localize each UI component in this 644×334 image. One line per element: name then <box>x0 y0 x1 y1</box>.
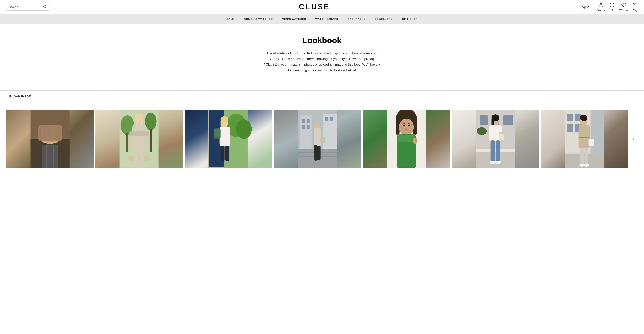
svg-rect-97 <box>476 152 515 168</box>
nav-item-mens-watches[interactable]: MEN'S WATCHES <box>282 17 306 21</box>
nav-item-backpacks[interactable]: BACKPACKS <box>348 17 366 21</box>
upload-section: UPLOAD IMAGE <box>0 90 644 102</box>
gallery-image-4[interactable] <box>274 110 361 168</box>
upload-image-button[interactable]: UPLOAD IMAGE <box>8 95 31 98</box>
gallery-image-7[interactable] <box>541 110 628 168</box>
svg-rect-86 <box>398 134 415 142</box>
svg-rect-41 <box>140 149 144 164</box>
main-nav: SALE WOMEN'S WATCHES MEN'S WATCHES WATCH… <box>0 14 644 24</box>
svg-rect-94 <box>503 115 513 125</box>
search-icon <box>43 5 46 9</box>
svg-rect-113 <box>567 124 573 132</box>
svg-rect-55 <box>214 129 220 137</box>
svg-rect-73 <box>314 128 321 146</box>
gallery-next-arrow[interactable]: › <box>630 135 638 143</box>
svg-rect-92 <box>480 115 488 125</box>
nav-item-sale[interactable]: SALE <box>226 17 234 21</box>
svg-point-37 <box>135 114 144 121</box>
svg-rect-102 <box>499 133 504 140</box>
svg-rect-60 <box>300 115 312 149</box>
nav-item-womens-watches[interactable]: WOMEN'S WATCHES <box>244 17 272 21</box>
wishlist-label: Wishlist <box>619 9 628 12</box>
nav-item-gift-shop[interactable]: GIFT SHOP <box>402 17 418 21</box>
svg-point-2 <box>600 3 602 5</box>
heart-icon <box>621 2 626 8</box>
scrollbar-track <box>302 176 342 176</box>
svg-rect-66 <box>325 117 328 121</box>
svg-rect-34 <box>150 129 152 152</box>
person-icon <box>598 2 604 8</box>
gallery-scrollbar <box>0 176 644 180</box>
page-title: Lookbook <box>4 36 640 45</box>
svg-point-84 <box>408 125 410 126</box>
gallery-images-container <box>6 110 628 168</box>
svg-rect-39 <box>130 131 149 136</box>
svg-rect-125 <box>584 148 588 165</box>
svg-rect-64 <box>302 125 304 129</box>
svg-rect-75 <box>314 145 317 161</box>
svg-rect-56 <box>221 146 224 161</box>
lookbook-description: The ultimate lookbook, created by you. F… <box>264 51 380 73</box>
svg-point-95 <box>477 127 487 135</box>
svg-point-72 <box>314 122 320 129</box>
svg-rect-120 <box>578 137 590 138</box>
svg-rect-111 <box>567 114 573 121</box>
search-container[interactable] <box>6 3 49 10</box>
gallery-image-3[interactable] <box>184 110 272 168</box>
scrollbar-thumb <box>302 176 314 176</box>
language-selector[interactable]: English <box>580 5 592 8</box>
svg-rect-124 <box>580 148 584 165</box>
svg-point-49 <box>236 119 252 139</box>
site-logo[interactable]: CLUSE <box>49 3 580 11</box>
svg-point-35 <box>128 155 151 161</box>
gallery-image-2[interactable] <box>95 110 183 168</box>
svg-rect-63 <box>306 119 310 123</box>
chevron-down-icon <box>590 5 592 8</box>
nav-item-jewellery[interactable]: JEWELLERY <box>375 17 392 21</box>
svg-rect-62 <box>302 119 304 123</box>
gallery-image-5[interactable] <box>363 110 450 168</box>
svg-line-1 <box>46 7 46 8</box>
svg-rect-40 <box>134 149 138 164</box>
svg-point-127 <box>584 164 589 167</box>
svg-rect-76 <box>317 146 320 160</box>
svg-rect-9 <box>42 145 58 168</box>
bag-button[interactable]: Bag <box>633 2 638 12</box>
svg-rect-103 <box>499 132 504 134</box>
svg-rect-116 <box>590 110 604 154</box>
bag-label: Bag <box>633 9 637 12</box>
main-content: Lookbook The ultimate lookbook, created … <box>0 24 644 90</box>
svg-point-83 <box>403 125 405 126</box>
gallery-image-1[interactable] <box>6 110 94 168</box>
nav-item-watch-straps[interactable]: WATCH STRAPS <box>315 17 338 21</box>
svg-rect-74 <box>320 137 325 143</box>
svg-rect-104 <box>491 140 495 162</box>
svg-rect-33 <box>126 133 128 152</box>
gallery-image-6[interactable] <box>452 110 539 168</box>
svg-rect-112 <box>575 114 581 121</box>
sign-in-label: Sign in <box>597 9 605 12</box>
svg-point-43 <box>140 121 141 122</box>
image-gallery: › <box>0 102 644 176</box>
sign-in-button[interactable]: Sign in <box>597 2 605 12</box>
svg-point-118 <box>580 115 587 121</box>
svg-rect-121 <box>588 139 594 146</box>
svg-rect-119 <box>578 125 590 148</box>
svg-point-107 <box>495 161 501 164</box>
svg-point-42 <box>138 121 138 122</box>
header: CLUSE English Sign in <box>0 0 644 14</box>
info-icon <box>610 2 614 8</box>
search-input[interactable] <box>9 5 42 8</box>
info-label: Info <box>610 9 614 12</box>
svg-rect-105 <box>496 140 500 162</box>
wishlist-button[interactable]: Wishlist <box>619 2 628 12</box>
svg-rect-53 <box>220 127 230 146</box>
svg-point-32 <box>145 113 157 130</box>
header-actions: English Sign in <box>580 2 638 12</box>
svg-point-0 <box>44 5 46 7</box>
bag-icon <box>633 2 638 8</box>
info-button[interactable]: Info <box>610 2 614 12</box>
language-label: English <box>580 5 589 8</box>
svg-rect-88 <box>413 140 417 142</box>
svg-rect-67 <box>330 117 333 121</box>
